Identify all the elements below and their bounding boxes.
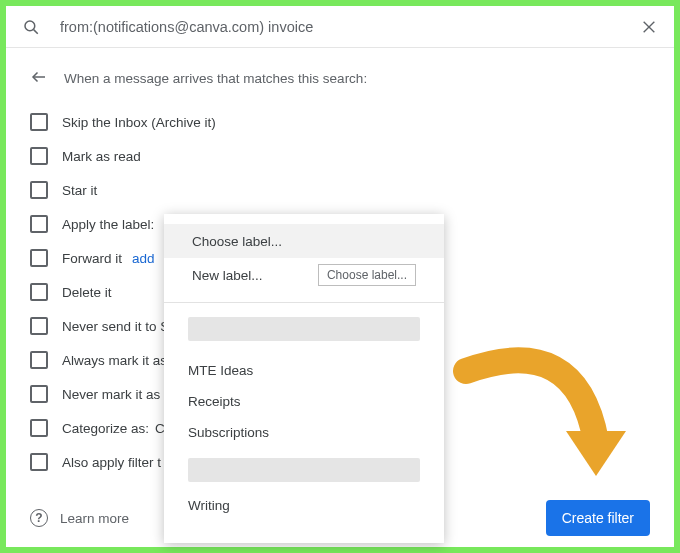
checkbox-star-it[interactable] [30,181,48,199]
checkbox-never-important[interactable] [30,385,48,403]
filter-heading: When a message arrives that matches this… [64,71,367,86]
dropdown-new-label[interactable]: New label... Choose label... [164,258,444,292]
create-filter-button[interactable]: Create filter [546,500,650,536]
checkbox-categorize[interactable] [30,419,48,437]
label-delete-it: Delete it [62,285,112,300]
option-mark-read[interactable]: Mark as read [30,139,650,173]
dropdown-choose-label[interactable]: Choose label... [164,224,444,258]
label-dropdown[interactable]: Choose label... New label... Choose labe… [164,214,444,543]
label-also-apply: Also apply filter t [62,455,161,470]
close-icon[interactable] [638,19,660,35]
checkbox-mark-read[interactable] [30,147,48,165]
checkbox-never-spam[interactable] [30,317,48,335]
checkbox-skip-inbox[interactable] [30,113,48,131]
dropdown-new-label-text: New label... [192,268,263,283]
checkbox-delete-it[interactable] [30,283,48,301]
label-option-receipts[interactable]: Receipts [188,386,420,417]
label-never-spam: Never send it to S [62,319,169,334]
choose-label-button[interactable]: Choose label... [318,264,416,286]
checkbox-also-apply[interactable] [30,453,48,471]
help-icon: ? [30,509,48,527]
svg-line-1 [34,29,38,33]
forward-add-link[interactable]: add [132,251,155,266]
back-arrow-icon[interactable] [30,68,54,89]
label-mark-read: Mark as read [62,149,141,164]
label-never-important: Never mark it as [62,387,160,402]
checkbox-always-important[interactable] [30,351,48,369]
label-option-subscriptions[interactable]: Subscriptions [188,417,420,448]
dropdown-placeholder-bottom [188,458,420,482]
search-icon [20,18,42,36]
search-input[interactable] [60,19,638,35]
dropdown-placeholder-top [188,317,420,341]
learn-more-text: Learn more [60,511,129,526]
checkbox-apply-label[interactable] [30,215,48,233]
option-star-it[interactable]: Star it [30,173,650,207]
svg-point-0 [25,21,35,31]
label-star-it: Star it [62,183,97,198]
label-always-important: Always mark it as [62,353,167,368]
label-option-mte-ideas[interactable]: MTE Ideas [188,355,420,386]
option-skip-inbox[interactable]: Skip the Inbox (Archive it) [30,105,650,139]
dropdown-choose-label-text: Choose label... [192,234,282,249]
label-skip-inbox: Skip the Inbox (Archive it) [62,115,216,130]
label-apply-label: Apply the label: [62,217,154,232]
label-option-writing[interactable]: Writing [188,490,420,521]
checkbox-forward-it[interactable] [30,249,48,267]
label-categorize: Categorize as: [62,421,149,436]
learn-more-link[interactable]: ? Learn more [30,509,129,527]
label-forward-it: Forward it [62,251,122,266]
